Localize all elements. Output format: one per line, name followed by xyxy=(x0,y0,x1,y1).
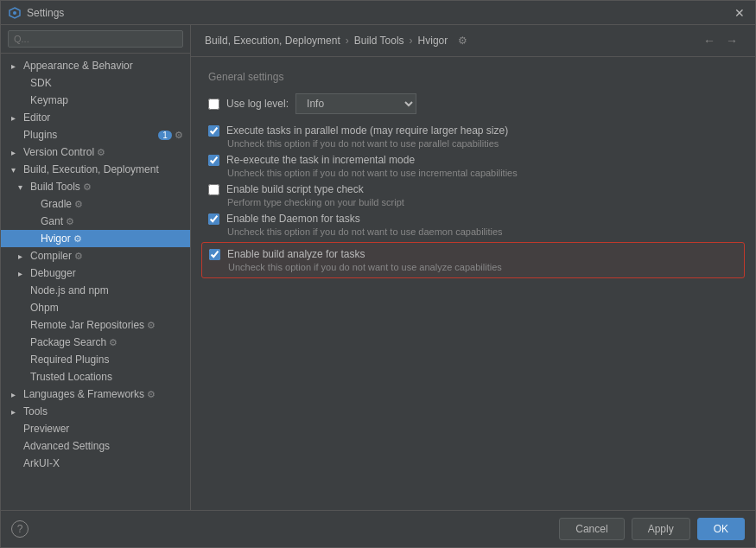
expand-arrow: ▸ xyxy=(11,407,22,417)
sidebar-item-tools[interactable]: ▸ Tools xyxy=(1,403,190,420)
sidebar-item-label: Gant xyxy=(41,215,63,227)
setting-use-log-level: Use log level: Info Debug Warn Error xyxy=(208,93,738,114)
cancel-button[interactable]: Cancel xyxy=(559,518,624,540)
sidebar-item-label: Previewer xyxy=(23,423,69,435)
checkbox-wrapper: Enable the Daemon for tasks xyxy=(208,213,738,225)
help-button[interactable]: ? xyxy=(11,520,29,538)
close-button[interactable]: ✕ xyxy=(731,4,748,22)
breadcrumb: Build, Execution, Deployment › Build Too… xyxy=(191,25,755,57)
expand-arrow: ▾ xyxy=(11,165,22,175)
analyze-tasks-checkbox[interactable] xyxy=(209,249,220,260)
setting-parallel-mode: Execute tasks in parallel mode (may requ… xyxy=(208,124,738,149)
back-button[interactable]: ← xyxy=(700,32,719,49)
sidebar-tree: ▸ Appearance & Behavior SDK Keymap ▸ Edi… xyxy=(1,54,190,510)
checkbox-wrapper: Re-execute the task in incremental mode xyxy=(208,154,738,166)
expand-arrow: ▸ xyxy=(11,390,22,399)
log-level-select[interactable]: Info Debug Warn Error xyxy=(295,93,416,114)
ok-button[interactable]: OK xyxy=(697,518,745,540)
sidebar-item-previewer[interactable]: Previewer xyxy=(1,420,190,437)
main-content-area: ▸ Appearance & Behavior SDK Keymap ▸ Edi… xyxy=(1,25,755,510)
breadcrumb-options-icon: ⚙ xyxy=(458,35,467,47)
setting-daemon-tasks: Enable the Daemon for tasks Uncheck this… xyxy=(208,213,738,237)
type-check-desc: Perform type checking on your build scri… xyxy=(208,197,738,207)
expand-arrow: ▾ xyxy=(18,182,29,192)
sidebar-item-label: Keymap xyxy=(30,94,68,106)
sidebar-item-ohpm[interactable]: Ohpm xyxy=(1,299,190,316)
breadcrumb-sep-2: › xyxy=(410,35,413,47)
expand-arrow: ▸ xyxy=(11,148,22,157)
forward-button[interactable]: → xyxy=(722,32,741,49)
checkbox-wrapper: Enable build script type check xyxy=(208,183,738,195)
breadcrumb-sep-1: › xyxy=(346,35,349,47)
incremental-mode-checkbox[interactable] xyxy=(208,155,219,166)
settings-gear-icon: ⚙ xyxy=(73,233,82,245)
breadcrumb-navigation: ← → xyxy=(700,32,741,49)
sidebar-item-hvigor[interactable]: Hvigor ⚙ xyxy=(1,230,190,247)
parallel-mode-desc: Uncheck this option if you do not want t… xyxy=(208,138,738,149)
settings-gear-icon: ⚙ xyxy=(147,389,156,400)
sidebar-item-appearance[interactable]: ▸ Appearance & Behavior xyxy=(1,57,190,74)
expand-arrow: ▸ xyxy=(18,269,29,278)
settings-gear-icon: ⚙ xyxy=(74,251,83,262)
settings-gear-icon: ⚙ xyxy=(109,337,118,348)
sidebar-item-keymap[interactable]: Keymap xyxy=(1,92,190,109)
plugins-badge: 1 xyxy=(158,131,172,140)
svg-point-1 xyxy=(13,11,16,15)
parallel-mode-checkbox[interactable] xyxy=(208,125,219,137)
footer: ? Cancel Apply OK xyxy=(1,510,755,547)
checkbox-wrapper: Enable build analyze for tasks xyxy=(209,248,737,260)
analyze-tasks-label: Enable build analyze for tasks xyxy=(227,248,365,260)
sidebar-item-label: Build Tools xyxy=(30,181,80,193)
sidebar-item-editor[interactable]: ▸ Editor xyxy=(1,109,190,126)
incremental-mode-label: Re-execute the task in incremental mode xyxy=(226,154,415,166)
log-level-label: Use log level: xyxy=(226,98,289,110)
sidebar-item-remote-jar[interactable]: Remote Jar Repositories ⚙ xyxy=(1,316,190,334)
main-panel: Build, Execution, Deployment › Build Too… xyxy=(191,25,755,510)
sidebar-item-label: Appearance & Behavior xyxy=(23,60,133,72)
sidebar-item-version-control[interactable]: ▸ Version Control ⚙ xyxy=(1,143,190,161)
sidebar-item-advanced-settings[interactable]: Advanced Settings xyxy=(1,437,190,455)
sidebar-item-build-tools[interactable]: ▾ Build Tools ⚙ xyxy=(1,178,190,195)
checkbox-wrapper: Execute tasks in parallel mode (may requ… xyxy=(208,124,738,137)
settings-gear-icon: ⚙ xyxy=(147,320,156,331)
settings-gear-icon: ⚙ xyxy=(175,130,183,141)
sidebar-item-arkui-x[interactable]: ArkUI-X xyxy=(1,455,190,472)
incremental-mode-desc: Uncheck this option if you do not want t… xyxy=(208,168,738,178)
type-check-checkbox[interactable] xyxy=(208,184,219,195)
sidebar-item-label: Node.js and npm xyxy=(30,284,109,296)
sidebar-item-nodejs[interactable]: Node.js and npm xyxy=(1,282,190,299)
sidebar-item-label: Required Plugins xyxy=(30,354,109,366)
sidebar-item-required-plugins[interactable]: Required Plugins xyxy=(1,351,190,368)
daemon-tasks-desc: Uncheck this option if you do not want t… xyxy=(208,226,738,237)
sidebar-item-build-execution[interactable]: ▾ Build, Execution, Deployment xyxy=(1,161,190,178)
sidebar-item-debugger[interactable]: ▸ Debugger xyxy=(1,264,190,282)
breadcrumb-part-2: Build Tools xyxy=(354,35,404,47)
sidebar-item-trusted-locations[interactable]: Trusted Locations xyxy=(1,368,190,386)
sidebar-item-package-search[interactable]: Package Search ⚙ xyxy=(1,334,190,351)
setting-incremental-mode: Re-execute the task in incremental mode … xyxy=(208,154,738,178)
breadcrumb-part-1: Build, Execution, Deployment xyxy=(205,35,340,47)
log-level-checkbox[interactable] xyxy=(208,99,219,110)
sidebar-item-label: Version Control xyxy=(23,146,94,158)
daemon-tasks-label: Enable the Daemon for tasks xyxy=(226,213,360,225)
setting-analyze-tasks: Enable build analyze for tasks Uncheck t… xyxy=(201,242,745,278)
apply-button[interactable]: Apply xyxy=(632,518,690,540)
sidebar-item-gradle[interactable]: Gradle ⚙ xyxy=(1,195,190,213)
daemon-tasks-checkbox[interactable] xyxy=(208,213,219,225)
settings-gear-icon: ⚙ xyxy=(97,147,105,158)
sidebar-item-label: Package Search xyxy=(30,336,106,348)
sidebar-item-label: Languages & Frameworks xyxy=(23,388,144,400)
type-check-label: Enable build script type check xyxy=(226,183,364,195)
sidebar-item-compiler[interactable]: ▸ Compiler ⚙ xyxy=(1,247,190,264)
settings-panel: General settings Use log level: Info Deb… xyxy=(191,57,755,510)
sidebar-item-gant[interactable]: Gant ⚙ xyxy=(1,213,190,230)
search-input[interactable] xyxy=(8,30,183,48)
sidebar-item-languages[interactable]: ▸ Languages & Frameworks ⚙ xyxy=(1,386,190,403)
sidebar-item-plugins[interactable]: Plugins 1 ⚙ xyxy=(1,126,190,143)
settings-gear-icon: ⚙ xyxy=(74,199,83,210)
settings-gear-icon: ⚙ xyxy=(66,216,74,227)
sidebar-item-label: Remote Jar Repositories xyxy=(30,319,144,331)
settings-gear-icon: ⚙ xyxy=(83,182,92,193)
sidebar-item-label: Compiler xyxy=(30,250,72,262)
sidebar-item-sdk[interactable]: SDK xyxy=(1,74,190,92)
